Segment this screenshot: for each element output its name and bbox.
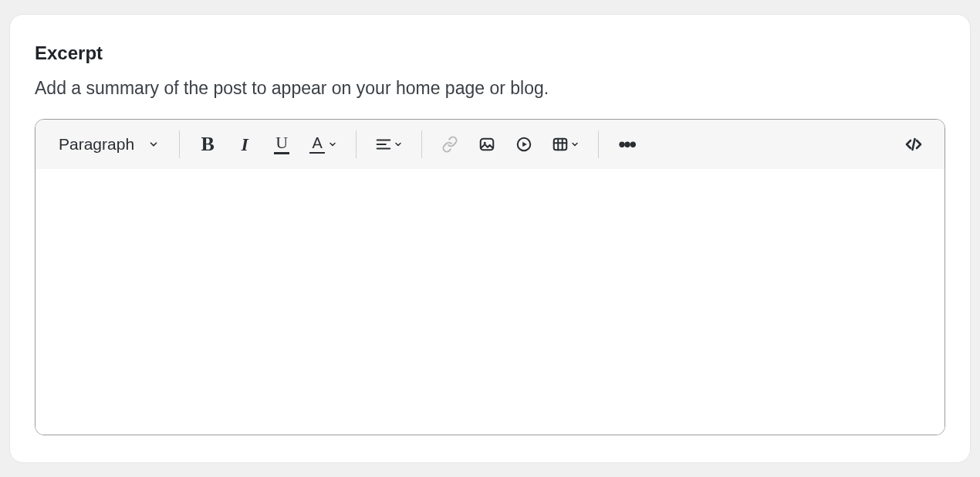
svg-rect-7 [554,139,567,151]
more-icon: ••• [618,134,634,154]
chevron-down-icon [394,140,403,149]
chevron-down-icon [148,139,159,150]
chevron-down-icon [328,140,337,149]
toolbar-separator [356,130,357,158]
section-title: Excerpt [35,42,945,64]
code-icon [904,135,923,154]
image-icon [478,136,495,153]
italic-icon: I [241,135,248,154]
more-button[interactable]: ••• [611,129,642,160]
code-view-button[interactable] [898,129,929,160]
align-left-icon [375,136,392,153]
alignment-group [369,129,409,160]
link-icon [441,136,458,153]
play-circle-icon [515,136,532,153]
table-icon [552,136,569,153]
chevron-down-icon [570,140,580,149]
italic-button[interactable]: I [229,129,260,160]
insert-group [434,129,586,160]
svg-line-11 [913,139,915,150]
rich-text-editor: Paragraph B I U [35,119,945,435]
toolbar-separator [179,130,180,158]
editor-content-area[interactable] [35,169,945,435]
text-color-icon: A [309,135,325,154]
bold-button[interactable]: B [192,129,223,160]
underline-icon: U [274,134,289,154]
table-button[interactable] [546,129,586,160]
svg-marker-6 [522,142,527,147]
text-style-group: B I U A [192,129,343,160]
bold-icon: B [201,134,214,154]
svg-rect-3 [481,139,494,151]
block-format-label: Paragraph [59,135,134,154]
toolbar-separator [598,130,599,158]
link-button[interactable] [434,129,465,160]
excerpt-card: Excerpt Add a summary of the post to app… [9,14,971,463]
align-button[interactable] [369,129,409,160]
underline-button[interactable]: U [266,129,297,160]
editor-toolbar: Paragraph B I U [35,120,945,169]
text-color-button[interactable]: A [303,129,343,160]
video-button[interactable] [509,129,539,160]
image-button[interactable] [471,129,502,160]
section-description: Add a summary of the post to appear on y… [35,78,945,99]
block-format-select[interactable]: Paragraph [59,135,167,154]
toolbar-separator [421,130,422,158]
